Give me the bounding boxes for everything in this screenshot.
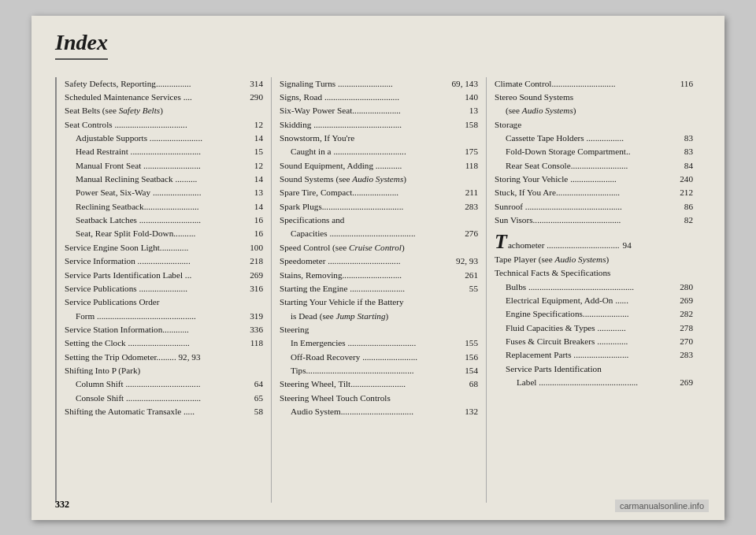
list-item: Skidding ...............................… [280, 118, 478, 132]
list-item: Signaling Turns ........................… [280, 77, 478, 91]
list-item: Service Parts Identification [495, 362, 693, 376]
list-item: Storing Your Vehicle ...................… [495, 173, 693, 186]
index-columns: Safety Defects, Reporting...............… [55, 77, 701, 503]
list-item: Manual Reclining Seatback .......... 14 [65, 173, 263, 186]
list-item: Tape Player (see Audio Systems) [495, 253, 693, 266]
list-item: Sun Visors..............................… [495, 214, 693, 227]
list-item: Adjustable Supports ....................… [65, 132, 263, 145]
list-item: Seat Belts (see Safety Belts) [65, 104, 263, 117]
list-item: Sound Systems (see Audio Systems) [280, 173, 478, 186]
list-item: Signs, Road ............................… [280, 91, 478, 104]
list-item: Shifting the Automatic Transaxle ..... 5… [65, 405, 263, 418]
list-item: Speedometer ............................… [280, 254, 478, 268]
list-item: Fold-Down Storage Compartment.. 83 [495, 145, 693, 158]
list-item: Climate Control.........................… [495, 77, 693, 91]
list-item: Sound Equipment, Adding ............ 118 [280, 159, 478, 173]
column-1: Safety Defects, Reporting...............… [57, 77, 272, 503]
list-item: Stuck, If You Are.......................… [495, 186, 693, 199]
list-item: Specifications and [280, 214, 478, 227]
list-item: Stereo Sound Systems [495, 91, 693, 104]
list-item: Starting Your Vehicle if the Battery [280, 295, 478, 309]
list-item: Shifting Into P (Park) [65, 364, 263, 377]
list-item: is Dead (see Jump Starting) [280, 310, 478, 323]
list-item: Form ...................................… [65, 310, 263, 323]
list-item: Cassette Tape Holders ................. … [495, 132, 693, 145]
column-2: Signaling Turns ........................… [272, 77, 487, 503]
list-item: Service Publications ...................… [65, 282, 263, 295]
section-letter-t: T [495, 232, 507, 252]
list-item: Bulbs ..................................… [495, 281, 693, 294]
list-item: Label ..................................… [495, 376, 693, 389]
list-item: Head Restraint .........................… [65, 145, 263, 158]
list-item: Safety Defects, Reporting...............… [65, 77, 263, 91]
list-item: Stains, Removing........................… [280, 269, 478, 282]
page: Index Safety Defects, Reporting.........… [32, 16, 724, 520]
list-item: Console Shift ..........................… [65, 392, 263, 405]
list-item: Storage [495, 118, 693, 132]
list-item: Off-Road Recovery ......................… [280, 351, 478, 364]
list-item: Fuses & Circuit Breakers .............. … [495, 335, 693, 348]
list-item: In Emergencies .........................… [280, 336, 478, 350]
list-item: Reclining Seatback......................… [65, 200, 263, 214]
list-item: Spare Tire, Compact.....................… [280, 186, 478, 199]
watermark: carmanualsonline.info [615, 500, 709, 512]
list-item: Steering Wheel, Tilt....................… [280, 377, 478, 391]
list-item: Service Station Information............ … [65, 323, 263, 336]
list-item: Seat Controls ..........................… [65, 118, 263, 132]
page-number: 332 [55, 499, 69, 511]
list-item: Service Parts Identification Label ... 2… [65, 269, 263, 282]
list-item: Spark Plugs.............................… [280, 200, 478, 214]
list-item: Seatback Latches .......................… [65, 214, 263, 227]
list-item: Snowstorm, If You're [280, 132, 478, 145]
list-item: Steering Wheel Touch Controls [280, 392, 478, 405]
list-item: Tips....................................… [280, 364, 478, 377]
list-item: Fluid Capacities & Types ............. 2… [495, 321, 693, 335]
t-section: T achometer ............................… [495, 232, 693, 252]
list-item: Audio System............................… [280, 405, 478, 418]
list-item: Service Engine Soon Light............. 1… [65, 241, 263, 254]
list-item: Steering [280, 323, 478, 336]
list-item: Six-Way Power Seat......................… [280, 104, 478, 117]
list-item: Capacities .............................… [280, 227, 478, 240]
list-item: Scheduled Maintenance Services .... 290 [65, 91, 263, 104]
list-item: Starting the Engine ....................… [280, 282, 478, 295]
list-item: Manual Front Seat ......................… [65, 159, 263, 173]
list-item: Engine Specifications...................… [495, 307, 693, 321]
page-title: Index [55, 30, 108, 60]
column-3: Climate Control.........................… [487, 77, 701, 503]
list-item: Caught in a ............................… [280, 145, 478, 158]
list-item: Setting the Trip Odometer......... 92, 9… [65, 351, 263, 364]
list-item: Service Information ....................… [65, 254, 263, 268]
list-item: Sunroof ................................… [495, 200, 693, 214]
list-item: Speed Control (see Cruise Control) [280, 241, 478, 254]
list-item: (see Audio Systems) [495, 104, 693, 117]
list-item: Column Shift ...........................… [65, 377, 263, 391]
list-item: Technical Facts & Specifications [495, 266, 693, 280]
list-item: Replacement Parts ......................… [495, 348, 693, 362]
list-item: Setting the Clock ......................… [65, 336, 263, 350]
list-item: Service Publications Order [65, 295, 263, 309]
list-item: Rear Seat Console.......................… [495, 159, 693, 173]
list-item: Power Seat, Six-Way ....................… [65, 186, 263, 199]
list-item: Electrical Equipment, Add-On ...... 269 [495, 294, 693, 307]
list-item: Seat, Rear Split Fold-Down.......... 16 [65, 227, 263, 240]
